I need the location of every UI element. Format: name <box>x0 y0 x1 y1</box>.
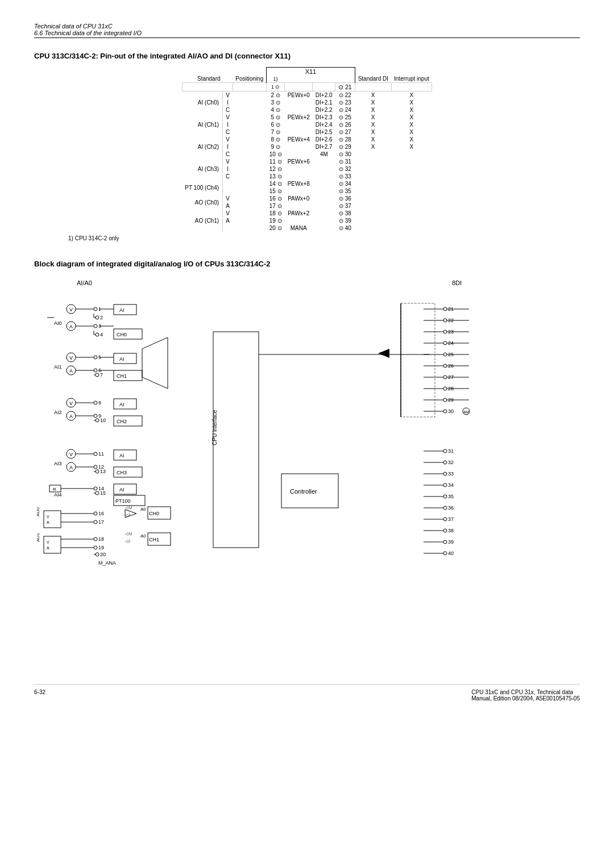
svg-text:CH2: CH2 <box>117 419 127 424</box>
svg-point-146 <box>443 330 447 333</box>
svg-point-39 <box>96 373 99 377</box>
svg-point-60 <box>96 419 99 422</box>
header-title: Technical data of CPU 31xC <box>34 23 580 30</box>
col-interrupt: Interrupt input <box>391 75 432 83</box>
svg-text:◁ U: ◁ U <box>125 532 132 536</box>
svg-point-170 <box>443 398 447 402</box>
svg-text:V: V <box>69 400 73 406</box>
col-positioning: Positioning <box>233 75 266 83</box>
svg-text:V: V <box>47 540 49 544</box>
svg-point-69 <box>94 452 97 456</box>
svg-text:A0: A0 <box>140 507 146 512</box>
svg-text:A: A <box>69 414 73 419</box>
svg-point-7 <box>96 316 99 319</box>
svg-text:31: 31 <box>448 448 454 454</box>
svg-text:20: 20 <box>100 552 106 557</box>
pin-table: X11 Standard Positioning 1) Standard DI … <box>182 67 433 232</box>
svg-rect-62 <box>114 399 136 409</box>
svg-rect-132 <box>213 332 259 548</box>
svg-point-200 <box>443 529 447 532</box>
svg-text:AO0: AO0 <box>37 507 40 516</box>
svg-text:32: 32 <box>448 460 454 465</box>
svg-point-206 <box>443 552 447 555</box>
svg-text:AO1: AO1 <box>37 532 40 542</box>
svg-text:19: 19 <box>98 545 104 550</box>
svg-point-142 <box>443 319 447 322</box>
svg-text:◁ U: ◁ U <box>125 506 132 510</box>
svg-text:PT100: PT100 <box>115 498 131 504</box>
svg-marker-47 <box>142 337 168 389</box>
svg-rect-97 <box>44 511 61 528</box>
svg-text:AI3: AI3 <box>54 461 62 466</box>
svg-point-162 <box>443 375 447 379</box>
svg-text:38: 38 <box>448 528 454 533</box>
svg-point-99 <box>94 512 97 515</box>
ai-a0-label: AI/A0 <box>77 279 92 286</box>
svg-rect-41 <box>114 353 136 364</box>
svg-point-154 <box>443 353 447 356</box>
svg-point-158 <box>443 364 447 368</box>
svg-text:A: A <box>69 465 73 470</box>
svg-text:CPU interface: CPU interface <box>211 410 218 445</box>
svg-text:33: 33 <box>448 471 454 477</box>
svg-point-194 <box>443 506 447 510</box>
svg-point-191 <box>443 495 447 498</box>
svg-text:AI: AI <box>119 487 125 493</box>
col-standard-di: Standard DI <box>355 75 391 83</box>
svg-text:A: A <box>69 368 73 374</box>
svg-text:15: 15 <box>100 490 106 496</box>
svg-text:CH1: CH1 <box>117 373 127 379</box>
svg-point-179 <box>443 449 447 453</box>
svg-text:AI4: AI4 <box>54 492 62 498</box>
svg-text:30: 30 <box>448 408 454 414</box>
svg-text:37: 37 <box>448 516 454 522</box>
svg-text:CH0: CH0 <box>149 511 159 516</box>
svg-point-185 <box>443 472 447 475</box>
section2-title: Block diagram of integrated digital/anal… <box>34 260 580 268</box>
svg-text:CH0: CH0 <box>117 332 127 337</box>
svg-point-90 <box>96 491 99 495</box>
svg-marker-209 <box>378 349 389 358</box>
header-subtitle: 6.6 Technical data of the integrated I/O <box>34 30 580 36</box>
svg-point-138 <box>443 307 447 311</box>
svg-rect-21 <box>114 304 136 315</box>
svg-text:18: 18 <box>98 536 104 542</box>
svg-text:V: V <box>69 452 73 457</box>
svg-point-197 <box>443 518 447 521</box>
svg-text:AI1: AI1 <box>54 364 62 370</box>
svg-text:R: R <box>53 487 56 492</box>
svg-point-30 <box>94 356 97 359</box>
x11-header: X11 <box>267 68 355 76</box>
svg-point-74 <box>94 465 97 469</box>
svg-text:◁ I: ◁ I <box>125 513 130 517</box>
block-diagram: AI/A0 8DI V 1 2 A 3 AI0 4 AI CH0 <box>37 275 577 661</box>
svg-rect-93 <box>114 484 136 494</box>
section1-title: CPU 313C/314C-2: Pin-out of the integrat… <box>34 52 580 60</box>
svg-point-188 <box>443 483 447 487</box>
svg-text:39: 39 <box>448 539 454 545</box>
page-header: Technical data of CPU 31xC 6.6 Technical… <box>34 23 580 38</box>
svg-text:A0: A0 <box>140 533 146 539</box>
svg-text:V: V <box>69 307 73 312</box>
svg-point-150 <box>443 341 447 345</box>
svg-text:A: A <box>47 520 49 524</box>
svg-point-3 <box>94 307 97 311</box>
svg-text:M_ANA: M_ANA <box>98 560 116 566</box>
svg-text:A: A <box>69 324 73 329</box>
svg-point-124 <box>96 553 99 556</box>
svg-rect-80 <box>114 450 136 460</box>
svg-text:36: 36 <box>448 505 454 511</box>
svg-point-121 <box>94 546 97 549</box>
svg-text:17: 17 <box>98 519 104 525</box>
svg-text:AI2: AI2 <box>54 410 62 415</box>
svg-text:35: 35 <box>448 494 454 499</box>
svg-text:34: 34 <box>448 482 454 488</box>
svg-text:13: 13 <box>100 469 106 474</box>
svg-text:V: V <box>47 515 49 519</box>
doc-info: CPU 31xC and CPU 31x, Technical dataManu… <box>471 689 580 702</box>
svg-point-51 <box>94 401 97 404</box>
svg-text:2: 2 <box>100 315 103 320</box>
svg-text:V: V <box>69 355 73 361</box>
svg-point-35 <box>94 369 97 372</box>
svg-point-182 <box>443 461 447 464</box>
